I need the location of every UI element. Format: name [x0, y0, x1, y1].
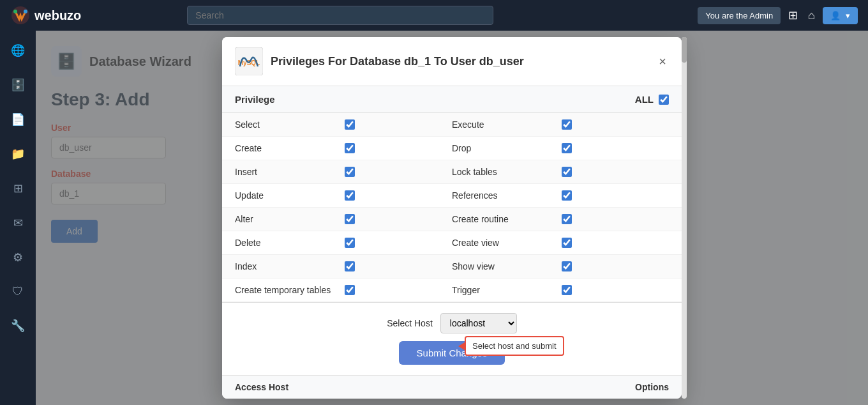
- checkbox-references[interactable]: [562, 190, 572, 201]
- priv-left-3: Insert: [235, 167, 452, 177]
- submit-row: Submit Changes Select host and submit: [235, 341, 669, 365]
- priv-index: Index: [235, 261, 337, 271]
- svg-point-2: [24, 10, 27, 13]
- logo-text: webuzo: [34, 8, 81, 23]
- checkbox-update[interactable]: [345, 190, 355, 201]
- priv-lock-tables: Lock tables: [452, 167, 554, 177]
- checkbox-create[interactable]: [345, 143, 355, 153]
- checkbox-drop[interactable]: [562, 143, 572, 153]
- wordpress-icon[interactable]: ⊞: [786, 6, 800, 25]
- all-column-header: ALL: [635, 94, 669, 105]
- scroll-thumb: [682, 37, 687, 63]
- host-select[interactable]: localhost % 127.0.0.1: [440, 313, 517, 333]
- all-checkbox[interactable]: [659, 95, 669, 105]
- modal-wrapper: MySQL Privileges For Database db_1 To Us…: [222, 37, 682, 399]
- priv-right-5: Create routine: [452, 214, 669, 224]
- checkbox-execute[interactable]: [562, 119, 572, 130]
- top-navigation: webuzo You are the Admin ⊞ ⌂ 👤 ▾: [0, 0, 868, 31]
- host-row: Select Host localhost % 127.0.0.1: [235, 313, 669, 333]
- checkbox-delete[interactable]: [345, 238, 355, 248]
- priv-create-temp: Create temporary tables: [235, 285, 337, 295]
- user-menu-button[interactable]: 👤 ▾: [823, 7, 858, 24]
- priv-right-7: Show view: [452, 261, 669, 271]
- modal-footer: Select Host localhost % 127.0.0.1 Submit…: [222, 302, 682, 375]
- priv-references: References: [452, 190, 554, 201]
- modal-overlay: MySQL Privileges For Database db_1 To Us…: [36, 31, 868, 405]
- search-input[interactable]: [187, 6, 493, 25]
- checkbox-index[interactable]: [345, 261, 355, 271]
- priv-drop: Drop: [452, 143, 554, 153]
- privileges-modal: MySQL Privileges For Database db_1 To Us…: [222, 37, 682, 399]
- priv-create: Create: [235, 143, 337, 153]
- privilege-row-7: Index Show view: [222, 255, 682, 279]
- user-icon: 👤: [830, 11, 841, 20]
- checkbox-show-view[interactable]: [562, 261, 572, 271]
- sidebar-icon-globe[interactable]: 🌐: [6, 38, 30, 63]
- priv-show-view: Show view: [452, 261, 554, 271]
- sidebar-icon-database[interactable]: 🗄️: [6, 73, 30, 97]
- main-layout: 🌐 🗄️ 📄 📁 ⊞ ✉ ⚙ 🛡 🔧 🗄️ Database Wizard St…: [0, 31, 868, 405]
- priv-left-7: Index: [235, 261, 452, 271]
- priv-left-6: Delete: [235, 238, 452, 248]
- priv-left-1: Select: [235, 119, 452, 130]
- modal-scrollbar[interactable]: [682, 37, 687, 399]
- priv-right-6: Create view: [452, 238, 669, 248]
- priv-insert: Insert: [235, 167, 337, 177]
- privilege-row-4: Update References: [222, 184, 682, 208]
- sidebar-icon-file[interactable]: 📄: [6, 107, 30, 132]
- priv-right-8: Trigger: [452, 285, 669, 295]
- priv-right-2: Drop: [452, 143, 669, 153]
- privilege-row-3: Insert Lock tables: [222, 160, 682, 184]
- privilege-row-1: Select Execute: [222, 113, 682, 137]
- priv-left-4: Update: [235, 190, 452, 201]
- privilege-column-header: Privilege: [235, 94, 635, 105]
- modal-body: Privilege ALL Select: [222, 86, 682, 399]
- checkbox-create-temp[interactable]: [345, 285, 355, 295]
- priv-left-8: Create temporary tables: [235, 285, 452, 295]
- sidebar-icon-folder[interactable]: 📁: [6, 142, 30, 166]
- webuzo-logo-icon: [10, 5, 31, 26]
- access-host-header: Access Host: [235, 382, 452, 392]
- priv-execute: Execute: [452, 119, 554, 130]
- priv-select: Select: [235, 119, 337, 130]
- mysql-icon: MySQL: [235, 47, 263, 75]
- modal-header: MySQL Privileges For Database db_1 To Us…: [222, 37, 682, 86]
- priv-right-4: References: [452, 190, 669, 201]
- priv-create-view: Create view: [452, 238, 554, 248]
- svg-point-1: [13, 10, 17, 13]
- priv-alter: Alter: [235, 214, 337, 224]
- nav-right: You are the Admin ⊞ ⌂ 👤 ▾: [698, 6, 858, 25]
- sidebar-icon-grid[interactable]: ⊞: [8, 176, 28, 201]
- modal-title: Privileges For Database db_1 To User db_…: [271, 55, 656, 68]
- host-label: Select Host: [387, 318, 433, 328]
- home-icon[interactable]: ⌂: [805, 6, 818, 25]
- sidebar-icon-wrench[interactable]: 🔧: [6, 314, 30, 338]
- checkbox-lock-tables[interactable]: [562, 167, 572, 177]
- priv-left-2: Create: [235, 143, 452, 153]
- bottom-table-header: Access Host Options: [222, 375, 682, 399]
- checkbox-select[interactable]: [345, 119, 355, 130]
- content-area: 🗄️ Database Wizard Step 3: Add User Data…: [36, 31, 868, 405]
- checkbox-insert[interactable]: [345, 167, 355, 177]
- privileges-table-header: Privilege ALL: [222, 86, 682, 113]
- privilege-row-8: Create temporary tables Trigger: [222, 279, 682, 302]
- priv-right-3: Lock tables: [452, 167, 669, 177]
- submit-changes-button[interactable]: Submit Changes: [399, 341, 505, 365]
- sidebar-icon-gear[interactable]: ⚙: [8, 245, 28, 270]
- checkbox-trigger[interactable]: [562, 285, 572, 295]
- all-label: ALL: [635, 94, 654, 105]
- checkbox-create-routine[interactable]: [562, 214, 572, 224]
- priv-delete: Delete: [235, 238, 337, 248]
- priv-trigger: Trigger: [452, 285, 554, 295]
- logo: webuzo: [10, 5, 81, 26]
- checkbox-create-view[interactable]: [562, 238, 572, 248]
- sidebar-icon-shield[interactable]: 🛡: [7, 280, 29, 303]
- priv-right-1: Execute: [452, 119, 669, 130]
- sidebar-icon-mail[interactable]: ✉: [8, 211, 28, 235]
- modal-close-button[interactable]: ×: [656, 52, 669, 72]
- priv-left-5: Alter: [235, 214, 452, 224]
- sidebar: 🌐 🗄️ 📄 📁 ⊞ ✉ ⚙ 🛡 🔧: [0, 31, 36, 405]
- priv-update: Update: [235, 190, 337, 201]
- privilege-row-2: Create Drop: [222, 137, 682, 160]
- checkbox-alter[interactable]: [345, 214, 355, 224]
